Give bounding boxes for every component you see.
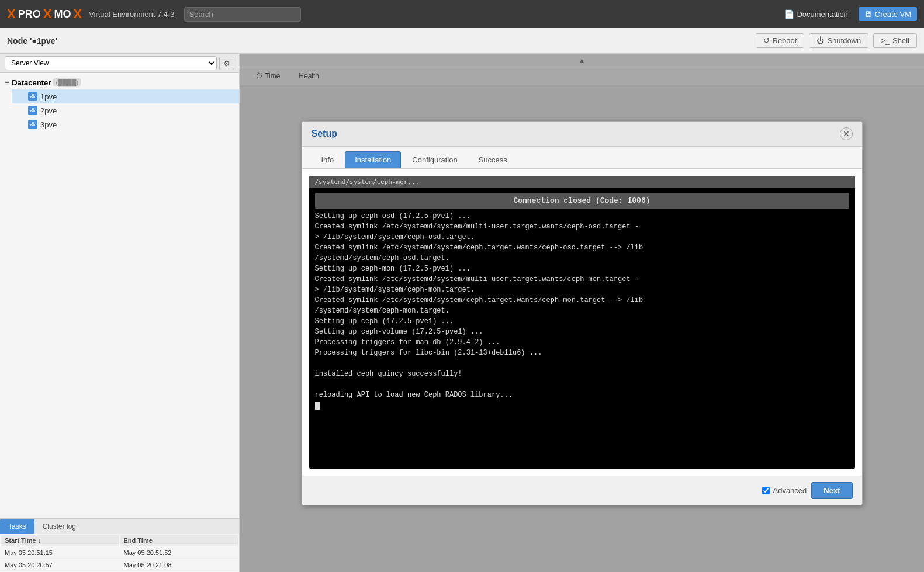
reboot-icon: ↺ bbox=[763, 36, 770, 45]
terminal-line: Created symlink /etc/systemd/system/mult… bbox=[315, 274, 849, 285]
terminal-header: /systemd/system/ceph-mgr... bbox=[309, 176, 855, 188]
task-end: May 05 20:21:08 bbox=[120, 560, 238, 571]
secondary-bar: Node '●1pve' ↺ Reboot ⏻ Shutdown >_ Shel… bbox=[0, 28, 924, 54]
modal-overlay: Setup ✕ Info Installation Configuration … bbox=[240, 54, 924, 572]
close-icon: ✕ bbox=[843, 129, 850, 138]
server-view-dropdown[interactable]: Server View bbox=[5, 56, 217, 70]
tab-configuration[interactable]: Configuration bbox=[402, 151, 467, 168]
search-container bbox=[184, 7, 301, 22]
cluster-log-tab[interactable]: Cluster log bbox=[34, 519, 84, 534]
terminal-container: /systemd/system/ceph-mgr... Connection c… bbox=[309, 176, 855, 469]
logo-m: X bbox=[43, 6, 52, 22]
node-label-2pve: 2pve bbox=[40, 106, 57, 115]
reboot-button[interactable]: ↺ Reboot bbox=[756, 33, 805, 48]
logo-x: X bbox=[7, 6, 16, 22]
main-layout: Server View ⚙ ≡ Datacenter (████) 🖧 1pve… bbox=[0, 54, 924, 572]
node-icon-2pve: 🖧 bbox=[28, 106, 37, 115]
node-label-1pve: 1pve bbox=[40, 92, 57, 101]
terminal-line: Processing triggers for man-db (2.9.4-2)… bbox=[315, 337, 849, 348]
terminal-line: > /lib/systemd/system/ceph-mon.target. bbox=[315, 285, 849, 295]
content-area: ▲ ⏱ Time Health Setup ✕ bbox=[240, 54, 924, 572]
tasks-tab-bar: Tasks Cluster log bbox=[0, 519, 239, 534]
datacenter-icon: ≡ bbox=[5, 78, 9, 87]
terminal-line: Processing triggers for libc-bin (2.31-1… bbox=[315, 348, 849, 358]
modal-header: Setup ✕ bbox=[302, 122, 862, 147]
create-vm-button[interactable]: 🖥 Create VM bbox=[859, 7, 917, 21]
node-item-3pve[interactable]: 🖧 3pve bbox=[12, 117, 239, 131]
node-title: Node '●1pve' bbox=[7, 36, 57, 46]
tasks-table: Start Time ↓ End Time May 05 20:51:15May… bbox=[0, 534, 239, 572]
terminal-line: installed ceph quincy successfully! bbox=[315, 369, 849, 379]
terminal-line bbox=[315, 358, 849, 369]
node-icon-3pve: 🖧 bbox=[28, 120, 37, 129]
connection-closed-msg: Connection closed (Code: 1006) bbox=[315, 193, 849, 209]
terminal-line: /systemd/system/ceph-osd.target. bbox=[315, 253, 849, 264]
task-start: May 05 20:51:15 bbox=[1, 547, 119, 559]
modal-close-button[interactable]: ✕ bbox=[840, 127, 853, 140]
terminal-line: Setting up ceph (17.2.5-pve1) ... bbox=[315, 316, 849, 327]
table-row: May 05 20:51:15May 05 20:51:52 bbox=[1, 547, 238, 559]
doc-icon: 📄 bbox=[784, 9, 794, 19]
datacenter-badge: (████) bbox=[53, 78, 81, 86]
tab-info[interactable]: Info bbox=[312, 151, 344, 168]
datacenter-item[interactable]: ≡ Datacenter (████) bbox=[0, 75, 239, 89]
shell-button[interactable]: >_ Shell bbox=[873, 33, 917, 48]
logo-version: Virtual Environment 7.4-3 bbox=[89, 10, 174, 19]
topbar: X PRO X MO X Virtual Environment 7.4-3 📄… bbox=[0, 0, 924, 28]
logo-x3: X bbox=[73, 6, 82, 22]
modal-footer: Advanced Next bbox=[302, 476, 862, 505]
monitor-icon: 🖥 bbox=[864, 9, 873, 19]
tab-success[interactable]: Success bbox=[469, 151, 517, 168]
terminal-line bbox=[315, 379, 849, 390]
terminal-line: Setting up ceph-osd (17.2.5-pve1) ... bbox=[315, 211, 849, 221]
node-item-1pve[interactable]: 🖧 1pve bbox=[12, 89, 239, 103]
node-icon-1pve: 🖧 bbox=[28, 92, 37, 101]
modal-tabs: Info Installation Configuration Success bbox=[302, 147, 862, 169]
tasks-tab[interactable]: Tasks bbox=[0, 519, 34, 534]
tasks-col-start: Start Time ↓ bbox=[1, 535, 119, 546]
node-item-2pve[interactable]: 🖧 2pve bbox=[12, 103, 239, 117]
terminal-cursor bbox=[315, 400, 849, 411]
table-row: May 05 20:20:57May 05 20:21:08 bbox=[1, 560, 238, 571]
advanced-label: Advanced bbox=[773, 486, 807, 495]
terminal-line: Created symlink /etc/systemd/system/ceph… bbox=[315, 295, 849, 306]
sidebar-tasks: Tasks Cluster log Start Time ↓ End Time … bbox=[0, 518, 239, 572]
terminal-line: Setting up ceph-volume (17.2.5-pve1) ... bbox=[315, 327, 849, 337]
task-start: May 05 20:20:57 bbox=[1, 560, 119, 571]
logo-pro: PRO bbox=[18, 8, 41, 20]
terminal-line: /systemd/system/ceph-mon.target. bbox=[315, 306, 849, 316]
sidebar-tree: ≡ Datacenter (████) 🖧 1pve 🖧 2pve 🖧 3pve bbox=[0, 73, 239, 518]
task-end: May 05 20:51:52 bbox=[120, 547, 238, 559]
documentation-button[interactable]: 📄 Documentation bbox=[778, 7, 853, 21]
sidebar-toolbar: Server View ⚙ bbox=[0, 54, 239, 73]
terminal-line: reloading API to load new Ceph RADOS lib… bbox=[315, 390, 849, 400]
sidebar: Server View ⚙ ≡ Datacenter (████) 🖧 1pve… bbox=[0, 54, 240, 572]
datacenter-label: Datacenter bbox=[12, 78, 51, 87]
logo: X PRO X MO X Virtual Environment 7.4-3 bbox=[7, 6, 175, 22]
tasks-col-end: End Time bbox=[120, 535, 238, 546]
advanced-container: Advanced bbox=[762, 486, 807, 495]
advanced-checkbox[interactable] bbox=[762, 487, 770, 494]
next-button[interactable]: Next bbox=[811, 482, 852, 499]
logo-mo: MO bbox=[54, 8, 71, 20]
power-icon: ⏻ bbox=[816, 36, 824, 45]
shutdown-button[interactable]: ⏻ Shutdown bbox=[809, 33, 868, 48]
sidebar-gear-button[interactable]: ⚙ bbox=[219, 57, 234, 70]
terminal-body[interactable]: Connection closed (Code: 1006) Setting u… bbox=[309, 188, 855, 469]
shell-icon: >_ bbox=[881, 36, 890, 45]
nodes-container: 🖧 1pve 🖧 2pve 🖧 3pve bbox=[0, 89, 239, 131]
modal-title: Setup bbox=[312, 129, 840, 139]
terminal-line: Created symlink /etc/systemd/system/mult… bbox=[315, 221, 849, 232]
terminal-line: Created symlink /etc/systemd/system/ceph… bbox=[315, 242, 849, 253]
node-label-3pve: 3pve bbox=[40, 120, 57, 129]
setup-modal: Setup ✕ Info Installation Configuration … bbox=[302, 121, 863, 505]
terminal-line: Setting up ceph-mon (17.2.5-pve1) ... bbox=[315, 264, 849, 274]
search-input[interactable] bbox=[184, 7, 301, 22]
tab-installation[interactable]: Installation bbox=[345, 151, 401, 168]
terminal-line: > /lib/systemd/system/ceph-osd.target. bbox=[315, 232, 849, 242]
